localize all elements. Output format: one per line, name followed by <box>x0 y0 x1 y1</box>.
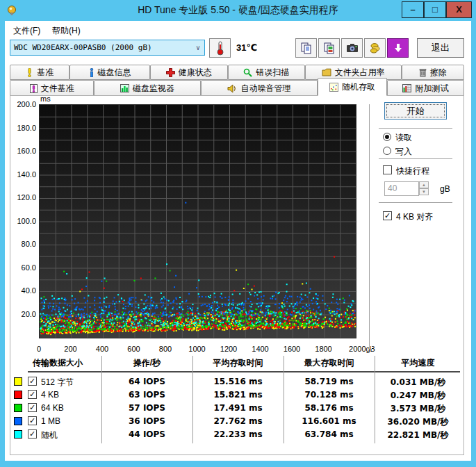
tab-label: 磁盘信息 <box>98 67 131 79</box>
series-checkbox[interactable]: ✓ <box>28 403 37 412</box>
max-access-value: 63.784 ms <box>284 429 375 439</box>
screenshot-button[interactable] <box>341 38 363 58</box>
close-button[interactable]: X <box>446 1 472 18</box>
x-tick-label: 400 <box>96 345 108 353</box>
tab-erase[interactable]: 擦除 <box>402 65 464 80</box>
start-button[interactable]: 开始 <box>384 102 447 120</box>
series-checkbox[interactable]: ✓ <box>28 429 37 439</box>
y-tick-label: 200.0 <box>13 100 36 108</box>
avg-access-value: 15.516 ms <box>192 377 284 386</box>
align-checkbox[interactable]: ✓ <box>383 211 392 220</box>
capacity-stepper[interactable]: ▲ ▼ <box>419 181 429 196</box>
series-checkbox[interactable]: ✓ <box>28 390 37 399</box>
capacity-input[interactable]: 40 <box>384 181 419 196</box>
y-axis-unit: ms <box>40 95 51 103</box>
write-label: 写入 <box>395 146 412 158</box>
series-swatch <box>14 430 22 439</box>
y-tick-label: 20.0 <box>13 310 36 318</box>
col-header-avg-speed: 平均速度 <box>375 357 461 369</box>
capacity-unit: gB <box>440 184 450 194</box>
camera-icon <box>346 42 359 54</box>
x-tick-label: 1200 <box>220 345 237 353</box>
copy-image-button[interactable] <box>318 38 340 58</box>
x-tick-label: 200 <box>64 345 76 353</box>
drive-select[interactable]: WDC WD20EARX-00PASB0 (2000 gB) ∨ <box>10 40 205 56</box>
series-checkbox[interactable]: ✓ <box>28 377 37 386</box>
avg-access-value: 15.821 ms <box>192 390 284 400</box>
x-tick-label: 0 <box>37 345 41 353</box>
folder-icon <box>322 68 331 76</box>
tab-label: 错误扫描 <box>256 67 289 79</box>
tab-row-2: 文件基准 磁盘监视器 自动噪音管理 <box>10 80 464 96</box>
tab-file-benchmark[interactable]: 文件基准 <box>10 80 94 96</box>
stepper-up-icon[interactable]: ▲ <box>419 181 429 188</box>
x-tick-label: 1400 <box>252 345 268 353</box>
title-bar[interactable]: HD Tune 专业版 5.50 - 硬盘/固态硬盘实用程序 – □ X <box>0 0 476 21</box>
series-label: 64 KB <box>41 403 64 413</box>
y-tick-label: 140.0 <box>13 170 36 179</box>
series-swatch <box>14 417 22 425</box>
tab-aam[interactable]: 自动噪音管理 <box>201 80 318 96</box>
avg-access-value: 17.491 ms <box>192 403 284 413</box>
write-radio[interactable] <box>383 147 391 155</box>
tab-label: 基准 <box>37 67 54 79</box>
header-underline <box>28 371 460 372</box>
tab-label: 磁盘监视器 <box>133 83 174 95</box>
tab-disk-monitor[interactable]: 磁盘监视器 <box>94 80 201 96</box>
iops-value: 64 IOPS <box>101 377 192 386</box>
exit-button[interactable]: 退出 <box>417 38 464 58</box>
read-radio[interactable] <box>383 133 391 141</box>
avg-access-value: 22.233 ms <box>192 429 284 439</box>
copy-text-button[interactable] <box>295 38 317 58</box>
iops-value: 44 IOPS <box>101 429 192 439</box>
maximize-button[interactable]: □ <box>424 1 446 18</box>
scatter-dots-icon <box>329 83 338 92</box>
download-arrow-icon <box>393 42 404 54</box>
y-tick-label: 120.0 <box>13 193 36 202</box>
avg-speed-value: 22.821 MB/秒 <box>375 429 461 441</box>
speaker-icon <box>227 84 237 93</box>
align-label: 4 KB 对齐 <box>396 211 433 223</box>
series-label: 512 字节 <box>41 377 74 388</box>
tab-extra-tests[interactable]: 附加测试 <box>387 80 464 96</box>
thermometer-icon <box>215 40 225 56</box>
minimize-button[interactable]: – <box>402 1 424 18</box>
iops-value: 63 IOPS <box>101 390 192 400</box>
max-access-value: 116.601 ms <box>284 416 375 426</box>
temperature-value: 31℃ <box>236 42 257 53</box>
x-tick-label: 1000 <box>188 345 205 353</box>
tab-label: 文件夹占用率 <box>335 67 385 79</box>
menu-bar: 文件(F) 帮助(H) <box>5 21 471 38</box>
gold-button[interactable] <box>364 38 386 58</box>
tab-disk-info[interactable]: 磁盘信息 <box>69 65 150 80</box>
tab-label: 附加测试 <box>415 83 448 95</box>
temperature-button[interactable] <box>209 38 231 58</box>
col-header-avg-access: 平均存取时间 <box>192 357 284 369</box>
avg-speed-value: 0.031 MB/秒 <box>375 377 461 388</box>
bar-chart-icon <box>120 84 129 92</box>
series-swatch <box>14 404 22 412</box>
file-exclamation-icon <box>30 84 38 93</box>
tab-health[interactable]: 健康状态 <box>150 65 228 80</box>
tab-error-scan[interactable]: 错误扫描 <box>228 65 306 80</box>
coins-icon <box>369 42 381 54</box>
short-stroke-checkbox[interactable] <box>383 165 392 174</box>
health-cross-icon <box>166 68 175 77</box>
trash-icon <box>419 68 427 77</box>
max-access-value: 58.719 ms <box>284 377 375 386</box>
menu-help[interactable]: 帮助(H) <box>48 24 85 38</box>
update-button[interactable] <box>387 38 409 58</box>
tab-label: 自动噪音管理 <box>240 83 290 95</box>
menu-file[interactable]: 文件(F) <box>9 24 44 38</box>
col-header-iops: 操作/秒 <box>101 357 192 369</box>
copy-image-icon <box>323 42 336 54</box>
access-time-scatter-chart <box>39 104 356 338</box>
series-checkbox[interactable]: ✓ <box>28 416 37 425</box>
x-tick-label: 600 <box>127 345 140 353</box>
tab-benchmark[interactable]: 基准 <box>10 65 69 80</box>
stepper-down-icon[interactable]: ▼ <box>419 188 429 195</box>
chevron-down-icon: ∨ <box>196 40 200 55</box>
y-tick-label: 40.0 <box>13 286 36 295</box>
col-header-max-access: 最大存取时间 <box>284 357 375 369</box>
tab-random-access[interactable]: 随机存取 <box>318 78 387 96</box>
